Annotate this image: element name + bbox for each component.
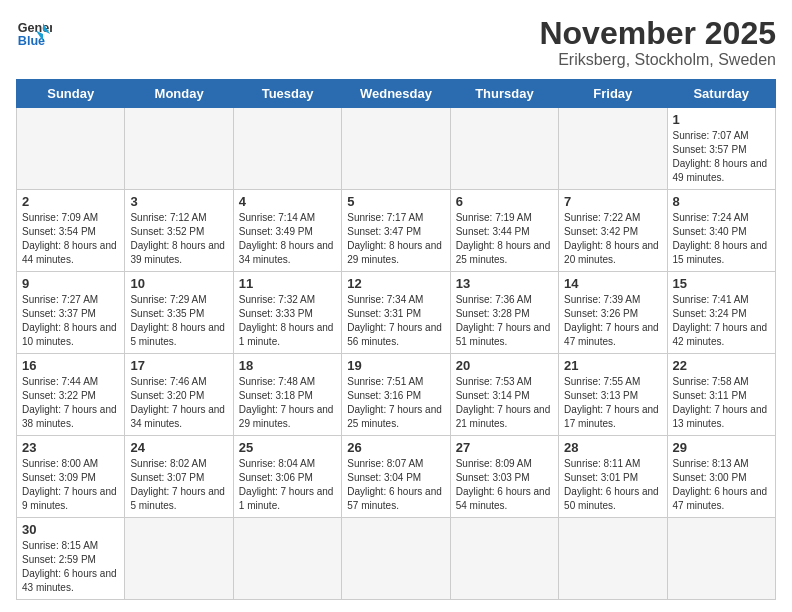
daylight: Daylight: 7 hours and 21 minutes. <box>456 403 553 431</box>
daylight: Daylight: 7 hours and 34 minutes. <box>130 403 227 431</box>
sunset: Sunset: 3:18 PM <box>239 389 336 403</box>
calendar-cell: 14 Sunrise: 7:39 AM Sunset: 3:26 PM Dayl… <box>559 272 667 354</box>
daylight: Daylight: 7 hours and 42 minutes. <box>673 321 770 349</box>
daylight: Daylight: 6 hours and 57 minutes. <box>347 485 444 513</box>
header-monday: Monday <box>125 80 233 108</box>
calendar-week-5: 23 Sunrise: 8:00 AM Sunset: 3:09 PM Dayl… <box>17 436 776 518</box>
sunrise: Sunrise: 8:02 AM <box>130 457 227 471</box>
sunset: Sunset: 3:31 PM <box>347 307 444 321</box>
daylight: Daylight: 8 hours and 1 minute. <box>239 321 336 349</box>
calendar-cell: 6 Sunrise: 7:19 AM Sunset: 3:44 PM Dayli… <box>450 190 558 272</box>
day-number: 28 <box>564 440 661 455</box>
sunset: Sunset: 3:11 PM <box>673 389 770 403</box>
day-number: 9 <box>22 276 119 291</box>
daylight: Daylight: 8 hours and 29 minutes. <box>347 239 444 267</box>
sunset: Sunset: 3:57 PM <box>673 143 770 157</box>
daylight: Daylight: 8 hours and 34 minutes. <box>239 239 336 267</box>
logo: General Blue <box>16 16 52 52</box>
sunset: Sunset: 3:54 PM <box>22 225 119 239</box>
calendar-cell: 16 Sunrise: 7:44 AM Sunset: 3:22 PM Dayl… <box>17 354 125 436</box>
daylight: Daylight: 6 hours and 54 minutes. <box>456 485 553 513</box>
calendar-cell: 30 Sunrise: 8:15 AM Sunset: 2:59 PM Dayl… <box>17 518 125 600</box>
sunrise: Sunrise: 7:46 AM <box>130 375 227 389</box>
day-number: 23 <box>22 440 119 455</box>
day-number: 21 <box>564 358 661 373</box>
calendar-cell: 3 Sunrise: 7:12 AM Sunset: 3:52 PM Dayli… <box>125 190 233 272</box>
day-info: Sunrise: 8:11 AM Sunset: 3:01 PM Dayligh… <box>564 457 661 513</box>
day-info: Sunrise: 7:32 AM Sunset: 3:33 PM Dayligh… <box>239 293 336 349</box>
sunset: Sunset: 3:47 PM <box>347 225 444 239</box>
day-info: Sunrise: 7:22 AM Sunset: 3:42 PM Dayligh… <box>564 211 661 267</box>
calendar-cell: 15 Sunrise: 7:41 AM Sunset: 3:24 PM Dayl… <box>667 272 775 354</box>
sunset: Sunset: 3:44 PM <box>456 225 553 239</box>
sunset: Sunset: 3:28 PM <box>456 307 553 321</box>
sunrise: Sunrise: 7:44 AM <box>22 375 119 389</box>
sunrise: Sunrise: 7:27 AM <box>22 293 119 307</box>
sunset: Sunset: 3:06 PM <box>239 471 336 485</box>
calendar-cell: 2 Sunrise: 7:09 AM Sunset: 3:54 PM Dayli… <box>17 190 125 272</box>
sunset: Sunset: 3:00 PM <box>673 471 770 485</box>
calendar-cell: 13 Sunrise: 7:36 AM Sunset: 3:28 PM Dayl… <box>450 272 558 354</box>
calendar-cell: 7 Sunrise: 7:22 AM Sunset: 3:42 PM Dayli… <box>559 190 667 272</box>
sunset: Sunset: 3:24 PM <box>673 307 770 321</box>
daylight: Daylight: 6 hours and 43 minutes. <box>22 567 119 595</box>
sunrise: Sunrise: 7:19 AM <box>456 211 553 225</box>
sunrise: Sunrise: 7:07 AM <box>673 129 770 143</box>
sunset: Sunset: 3:14 PM <box>456 389 553 403</box>
sunset: Sunset: 3:42 PM <box>564 225 661 239</box>
day-number: 16 <box>22 358 119 373</box>
calendar-cell: 29 Sunrise: 8:13 AM Sunset: 3:00 PM Dayl… <box>667 436 775 518</box>
calendar-cell: 26 Sunrise: 8:07 AM Sunset: 3:04 PM Dayl… <box>342 436 450 518</box>
calendar-cell: 22 Sunrise: 7:58 AM Sunset: 3:11 PM Dayl… <box>667 354 775 436</box>
daylight: Daylight: 8 hours and 15 minutes. <box>673 239 770 267</box>
header: General Blue November 2025 Eriksberg, St… <box>16 16 776 69</box>
day-info: Sunrise: 7:46 AM Sunset: 3:20 PM Dayligh… <box>130 375 227 431</box>
day-info: Sunrise: 7:48 AM Sunset: 3:18 PM Dayligh… <box>239 375 336 431</box>
sunrise: Sunrise: 8:13 AM <box>673 457 770 471</box>
day-info: Sunrise: 8:15 AM Sunset: 2:59 PM Dayligh… <box>22 539 119 595</box>
calendar-cell <box>125 108 233 190</box>
day-number: 7 <box>564 194 661 209</box>
day-info: Sunrise: 7:36 AM Sunset: 3:28 PM Dayligh… <box>456 293 553 349</box>
day-number: 15 <box>673 276 770 291</box>
day-number: 25 <box>239 440 336 455</box>
calendar-cell: 21 Sunrise: 7:55 AM Sunset: 3:13 PM Dayl… <box>559 354 667 436</box>
day-number: 17 <box>130 358 227 373</box>
day-number: 18 <box>239 358 336 373</box>
calendar-week-1: 1 Sunrise: 7:07 AM Sunset: 3:57 PM Dayli… <box>17 108 776 190</box>
day-number: 2 <box>22 194 119 209</box>
calendar-cell: 27 Sunrise: 8:09 AM Sunset: 3:03 PM Dayl… <box>450 436 558 518</box>
calendar-cell: 25 Sunrise: 8:04 AM Sunset: 3:06 PM Dayl… <box>233 436 341 518</box>
daylight: Daylight: 8 hours and 49 minutes. <box>673 157 770 185</box>
daylight: Daylight: 7 hours and 1 minute. <box>239 485 336 513</box>
calendar-cell <box>342 108 450 190</box>
calendar-cell: 24 Sunrise: 8:02 AM Sunset: 3:07 PM Dayl… <box>125 436 233 518</box>
sunset: Sunset: 3:16 PM <box>347 389 444 403</box>
day-number: 29 <box>673 440 770 455</box>
calendar: Sunday Monday Tuesday Wednesday Thursday… <box>16 79 776 600</box>
sunrise: Sunrise: 7:14 AM <box>239 211 336 225</box>
sunrise: Sunrise: 7:34 AM <box>347 293 444 307</box>
calendar-cell: 8 Sunrise: 7:24 AM Sunset: 3:40 PM Dayli… <box>667 190 775 272</box>
sunrise: Sunrise: 7:39 AM <box>564 293 661 307</box>
header-saturday: Saturday <box>667 80 775 108</box>
location: Eriksberg, Stockholm, Sweden <box>539 51 776 69</box>
sunrise: Sunrise: 8:07 AM <box>347 457 444 471</box>
calendar-cell: 17 Sunrise: 7:46 AM Sunset: 3:20 PM Dayl… <box>125 354 233 436</box>
sunrise: Sunrise: 7:22 AM <box>564 211 661 225</box>
calendar-cell <box>233 518 341 600</box>
sunrise: Sunrise: 7:09 AM <box>22 211 119 225</box>
day-number: 3 <box>130 194 227 209</box>
calendar-week-3: 9 Sunrise: 7:27 AM Sunset: 3:37 PM Dayli… <box>17 272 776 354</box>
daylight: Daylight: 8 hours and 44 minutes. <box>22 239 119 267</box>
day-info: Sunrise: 8:04 AM Sunset: 3:06 PM Dayligh… <box>239 457 336 513</box>
day-number: 30 <box>22 522 119 537</box>
daylight: Daylight: 8 hours and 5 minutes. <box>130 321 227 349</box>
header-thursday: Thursday <box>450 80 558 108</box>
sunrise: Sunrise: 7:32 AM <box>239 293 336 307</box>
calendar-cell <box>667 518 775 600</box>
calendar-cell <box>233 108 341 190</box>
day-number: 24 <box>130 440 227 455</box>
sunrise: Sunrise: 7:41 AM <box>673 293 770 307</box>
header-tuesday: Tuesday <box>233 80 341 108</box>
